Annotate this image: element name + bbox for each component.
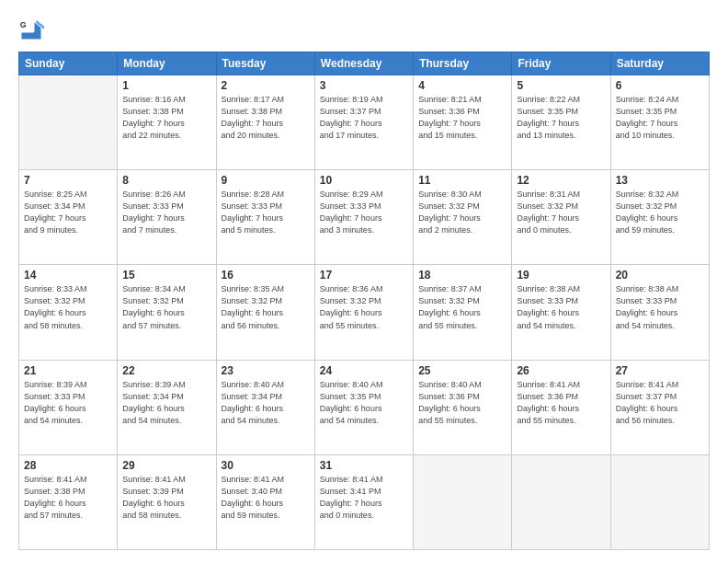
calendar-cell: 24Sunrise: 8:40 AMSunset: 3:35 PMDayligh… [314, 360, 413, 454]
day-number: 22 [122, 364, 210, 377]
day-info: Sunrise: 8:32 AMSunset: 3:32 PMDaylight:… [616, 189, 704, 236]
calendar-cell: 26Sunrise: 8:41 AMSunset: 3:36 PMDayligh… [512, 360, 610, 454]
day-number: 12 [517, 174, 605, 187]
day-number: 2 [222, 79, 310, 92]
calendar-cell: 16Sunrise: 8:35 AMSunset: 3:32 PMDayligh… [216, 265, 314, 360]
day-number: 17 [320, 269, 408, 282]
day-number: 14 [24, 269, 112, 282]
day-number: 18 [418, 269, 506, 282]
day-info: Sunrise: 8:41 AMSunset: 3:40 PMDaylight:… [222, 474, 310, 522]
calendar-cell: 7Sunrise: 8:25 AMSunset: 3:34 PMDaylight… [19, 170, 118, 265]
weekday-header-monday: Monday [118, 52, 216, 75]
calendar-cell: 5Sunrise: 8:22 AMSunset: 3:35 PMDaylight… [512, 75, 610, 170]
day-number: 10 [320, 174, 408, 187]
calendar-cell: 28Sunrise: 8:41 AMSunset: 3:38 PMDayligh… [19, 454, 118, 549]
day-number: 19 [517, 269, 605, 282]
day-number: 31 [320, 459, 408, 472]
calendar-cell [610, 454, 709, 549]
weekday-header-saturday: Saturday [610, 52, 709, 75]
calendar-week-1: 1Sunrise: 8:16 AMSunset: 3:38 PMDaylight… [19, 75, 710, 170]
calendar-week-3: 14Sunrise: 8:33 AMSunset: 3:32 PMDayligh… [19, 265, 710, 360]
day-number: 28 [24, 459, 112, 472]
logo: G [18, 17, 48, 42]
day-info: Sunrise: 8:41 AMSunset: 3:38 PMDaylight:… [24, 474, 112, 522]
day-number: 3 [320, 79, 408, 92]
day-number: 9 [222, 174, 310, 187]
day-info: Sunrise: 8:31 AMSunset: 3:32 PMDaylight:… [517, 189, 605, 236]
calendar-cell: 27Sunrise: 8:41 AMSunset: 3:37 PMDayligh… [610, 360, 709, 454]
day-number: 20 [616, 269, 704, 282]
day-info: Sunrise: 8:41 AMSunset: 3:36 PMDaylight:… [517, 379, 605, 427]
day-number: 11 [418, 174, 506, 187]
calendar-cell: 11Sunrise: 8:30 AMSunset: 3:32 PMDayligh… [414, 170, 512, 265]
day-info: Sunrise: 8:29 AMSunset: 3:33 PMDaylight:… [320, 189, 408, 236]
calendar-cell: 20Sunrise: 8:38 AMSunset: 3:33 PMDayligh… [610, 265, 709, 360]
day-number: 7 [24, 174, 112, 187]
calendar-cell: 13Sunrise: 8:32 AMSunset: 3:32 PMDayligh… [610, 170, 709, 265]
day-number: 4 [418, 79, 506, 92]
calendar-cell: 18Sunrise: 8:37 AMSunset: 3:32 PMDayligh… [414, 265, 512, 360]
calendar-cell: 2Sunrise: 8:17 AMSunset: 3:38 PMDaylight… [216, 75, 314, 170]
calendar-cell: 14Sunrise: 8:33 AMSunset: 3:32 PMDayligh… [19, 265, 118, 360]
day-info: Sunrise: 8:39 AMSunset: 3:33 PMDaylight:… [24, 379, 112, 427]
day-info: Sunrise: 8:38 AMSunset: 3:33 PMDaylight:… [517, 283, 605, 331]
day-info: Sunrise: 8:30 AMSunset: 3:32 PMDaylight:… [418, 189, 506, 236]
weekday-header-friday: Friday [512, 52, 610, 75]
calendar-table: SundayMondayTuesdayWednesdayThursdayFrid… [18, 52, 710, 550]
calendar-cell: 19Sunrise: 8:38 AMSunset: 3:33 PMDayligh… [512, 265, 610, 360]
calendar-cell: 9Sunrise: 8:28 AMSunset: 3:33 PMDaylight… [216, 170, 314, 265]
day-info: Sunrise: 8:35 AMSunset: 3:32 PMDaylight:… [222, 283, 310, 331]
day-info: Sunrise: 8:41 AMSunset: 3:41 PMDaylight:… [320, 474, 408, 522]
day-info: Sunrise: 8:36 AMSunset: 3:32 PMDaylight:… [320, 283, 408, 331]
logo-icon: G [18, 17, 44, 42]
day-number: 24 [320, 364, 408, 377]
day-info: Sunrise: 8:25 AMSunset: 3:34 PMDaylight:… [24, 189, 112, 236]
calendar-week-5: 28Sunrise: 8:41 AMSunset: 3:38 PMDayligh… [19, 454, 710, 549]
day-info: Sunrise: 8:28 AMSunset: 3:33 PMDaylight:… [222, 189, 310, 236]
weekday-header-tuesday: Tuesday [216, 52, 314, 75]
calendar-cell: 4Sunrise: 8:21 AMSunset: 3:36 PMDaylight… [414, 75, 512, 170]
calendar-week-4: 21Sunrise: 8:39 AMSunset: 3:33 PMDayligh… [19, 360, 710, 454]
calendar-week-2: 7Sunrise: 8:25 AMSunset: 3:34 PMDaylight… [19, 170, 710, 265]
day-info: Sunrise: 8:38 AMSunset: 3:33 PMDaylight:… [616, 283, 704, 331]
day-info: Sunrise: 8:39 AMSunset: 3:34 PMDaylight:… [122, 379, 210, 427]
day-number: 29 [122, 459, 210, 472]
day-number: 6 [616, 79, 704, 92]
calendar-cell: 6Sunrise: 8:24 AMSunset: 3:35 PMDaylight… [610, 75, 709, 170]
calendar-cell: 10Sunrise: 8:29 AMSunset: 3:33 PMDayligh… [314, 170, 413, 265]
day-info: Sunrise: 8:19 AMSunset: 3:37 PMDaylight:… [320, 94, 408, 142]
calendar-cell: 21Sunrise: 8:39 AMSunset: 3:33 PMDayligh… [19, 360, 118, 454]
day-info: Sunrise: 8:40 AMSunset: 3:34 PMDaylight:… [222, 379, 310, 427]
day-info: Sunrise: 8:16 AMSunset: 3:38 PMDaylight:… [122, 94, 210, 142]
day-number: 21 [24, 364, 112, 377]
calendar-cell: 30Sunrise: 8:41 AMSunset: 3:40 PMDayligh… [216, 454, 314, 549]
day-number: 13 [616, 174, 704, 187]
calendar-cell: 15Sunrise: 8:34 AMSunset: 3:32 PMDayligh… [118, 265, 216, 360]
day-number: 16 [222, 269, 310, 282]
svg-text:G: G [20, 20, 27, 29]
day-info: Sunrise: 8:40 AMSunset: 3:35 PMDaylight:… [320, 379, 408, 427]
day-info: Sunrise: 8:22 AMSunset: 3:35 PMDaylight:… [517, 94, 605, 142]
day-info: Sunrise: 8:24 AMSunset: 3:35 PMDaylight:… [616, 94, 704, 142]
calendar-cell [414, 454, 512, 549]
calendar-header-row: SundayMondayTuesdayWednesdayThursdayFrid… [19, 52, 710, 75]
day-info: Sunrise: 8:21 AMSunset: 3:36 PMDaylight:… [418, 94, 506, 142]
calendar-cell: 3Sunrise: 8:19 AMSunset: 3:37 PMDaylight… [314, 75, 413, 170]
day-number: 5 [517, 79, 605, 92]
calendar-cell [512, 454, 610, 549]
calendar-cell [19, 75, 118, 170]
page-header: G [18, 17, 710, 42]
calendar-cell: 31Sunrise: 8:41 AMSunset: 3:41 PMDayligh… [314, 454, 413, 549]
day-number: 23 [222, 364, 310, 377]
calendar-cell: 17Sunrise: 8:36 AMSunset: 3:32 PMDayligh… [314, 265, 413, 360]
calendar-cell: 1Sunrise: 8:16 AMSunset: 3:38 PMDaylight… [118, 75, 216, 170]
calendar-cell: 8Sunrise: 8:26 AMSunset: 3:33 PMDaylight… [118, 170, 216, 265]
calendar-cell: 12Sunrise: 8:31 AMSunset: 3:32 PMDayligh… [512, 170, 610, 265]
day-info: Sunrise: 8:41 AMSunset: 3:39 PMDaylight:… [122, 474, 210, 522]
calendar-cell: 25Sunrise: 8:40 AMSunset: 3:36 PMDayligh… [414, 360, 512, 454]
weekday-header-sunday: Sunday [19, 52, 118, 75]
day-number: 8 [122, 174, 210, 187]
weekday-header-wednesday: Wednesday [314, 52, 413, 75]
day-info: Sunrise: 8:37 AMSunset: 3:32 PMDaylight:… [418, 283, 506, 331]
calendar-cell: 22Sunrise: 8:39 AMSunset: 3:34 PMDayligh… [118, 360, 216, 454]
